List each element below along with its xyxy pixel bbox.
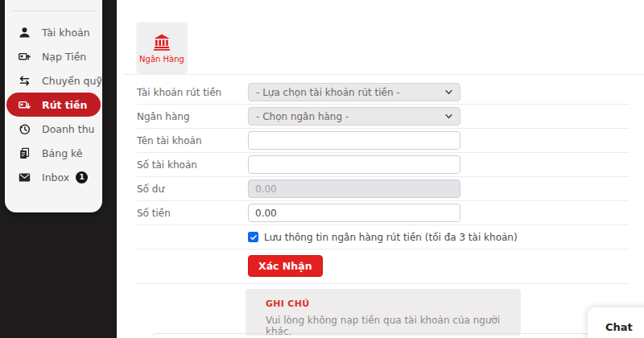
note-box: GHI CHÚ Vui lòng không nạp tiền qua tài … bbox=[246, 289, 521, 336]
select-value: - Lựa chọn tài khoản rút tiền - bbox=[256, 87, 400, 98]
sidebar-item-doanh-thu[interactable]: Doanh thu bbox=[5, 117, 102, 141]
sidebar-item-label: Rút tiền bbox=[42, 99, 88, 111]
sidebar-item-label: Tài khoản bbox=[42, 27, 90, 39]
note-title: GHI CHÚ bbox=[266, 299, 521, 309]
sidebar-menu: Tài khoản Nạp Tiền Chuyển quỹ Rút tiền bbox=[5, 20, 102, 189]
form-row-account-name: Tên tài khoản bbox=[137, 129, 630, 153]
form-row-amount: Số tiền bbox=[137, 201, 630, 225]
footer-divider bbox=[153, 333, 630, 336]
field-label: Tài khoản rút tiền bbox=[137, 87, 248, 98]
history-icon bbox=[18, 122, 31, 136]
save-bank-info-label: Lưu thông tin ngân hàng rút tiền (tối đa… bbox=[264, 232, 518, 243]
section-divider bbox=[123, 74, 644, 75]
chat-label: Chat bbox=[605, 321, 633, 333]
user-icon bbox=[18, 26, 31, 39]
sidebar-item-nap-tien[interactable]: Nạp Tiền bbox=[5, 44, 102, 68]
select-value: - Chọn ngân hàng - bbox=[256, 111, 349, 122]
field-label: Tên tài khoản bbox=[137, 135, 248, 146]
confirm-button[interactable]: Xác Nhận bbox=[248, 255, 323, 277]
sidebar: Tài khoản Nạp Tiền Chuyển quỹ Rút tiền bbox=[5, 0, 102, 212]
deposit-icon bbox=[18, 50, 31, 64]
inbox-icon bbox=[18, 171, 31, 184]
sidebar-item-label: Bảng kê bbox=[42, 147, 83, 159]
field-label: Số tài khoản bbox=[137, 159, 248, 171]
check-icon bbox=[250, 233, 258, 241]
save-bank-info-checkbox[interactable] bbox=[248, 232, 258, 242]
sidebar-divider bbox=[11, 10, 96, 11]
sidebar-item-label: Doanh thu bbox=[42, 123, 95, 135]
chat-widget[interactable]: Chat bbox=[588, 307, 644, 338]
field-label: Số tiền bbox=[137, 208, 248, 219]
field-label: Số dư bbox=[137, 183, 248, 195]
account-name-input[interactable] bbox=[248, 131, 460, 150]
main-content: Ngân Hàng Tài khoản rút tiền - Lựa chọn … bbox=[117, 0, 644, 338]
sidebar-item-tai-khoan[interactable]: Tài khoản bbox=[5, 20, 102, 44]
withdraw-account-select[interactable]: - Lựa chọn tài khoản rút tiền - bbox=[248, 83, 460, 101]
form-row-balance: Số dư bbox=[137, 177, 630, 201]
tab-ngan-hang[interactable]: Ngân Hàng bbox=[137, 23, 187, 72]
chevron-down-icon bbox=[444, 88, 453, 97]
form-row-withdraw-account: Tài khoản rút tiền - Lựa chọn tài khoản … bbox=[137, 80, 630, 105]
inbox-unread-badge: 1 bbox=[76, 171, 88, 183]
submit-row: Xác Nhận bbox=[137, 249, 630, 284]
sidebar-item-label: Chuyển quỹ bbox=[42, 75, 102, 87]
account-number-input[interactable] bbox=[248, 155, 460, 174]
statement-icon bbox=[18, 146, 31, 160]
withdraw-icon bbox=[18, 98, 31, 112]
bank-select[interactable]: - Chọn ngân hàng - bbox=[248, 107, 460, 126]
form-row-account-number: Số tài khoản bbox=[137, 153, 630, 177]
balance-input bbox=[248, 179, 460, 198]
chevron-down-icon bbox=[444, 112, 453, 121]
sidebar-item-label: Nạp Tiền bbox=[42, 51, 86, 63]
tab-label: Ngân Hàng bbox=[139, 55, 184, 64]
bank-icon bbox=[152, 32, 171, 52]
sidebar-item-rut-tien[interactable]: Rút tiền bbox=[6, 93, 101, 117]
sidebar-item-label: Inbox bbox=[42, 171, 69, 183]
amount-input[interactable] bbox=[248, 204, 460, 222]
save-bank-info-row: Lưu thông tin ngân hàng rút tiền (tối đa… bbox=[137, 225, 630, 249]
sidebar-item-chuyen-quy[interactable]: Chuyển quỹ bbox=[5, 68, 102, 93]
page: Tài khoản Nạp Tiền Chuyển quỹ Rút tiền bbox=[0, 0, 644, 338]
transfer-icon bbox=[18, 74, 31, 88]
sidebar-item-inbox[interactable]: Inbox 1 bbox=[5, 165, 102, 189]
form-row-bank: Ngân hàng - Chọn ngân hàng - bbox=[137, 105, 630, 129]
sidebar-item-bang-ke[interactable]: Bảng kê bbox=[5, 141, 102, 165]
field-label: Ngân hàng bbox=[137, 111, 248, 122]
withdraw-form: Tài khoản rút tiền - Lựa chọn tài khoản … bbox=[137, 80, 630, 336]
